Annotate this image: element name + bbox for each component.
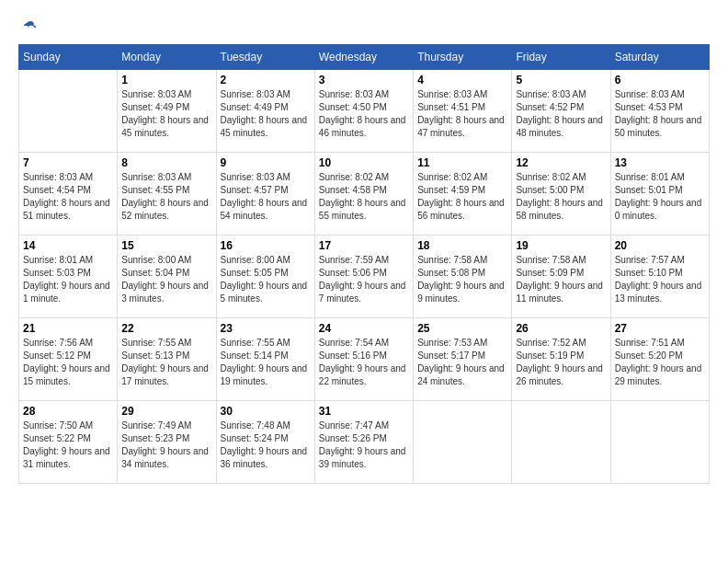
logo-bird-icon [20, 18, 37, 35]
day-info: Sunrise: 7:47 AMSunset: 5:26 PMDaylight:… [319, 419, 409, 471]
calendar-cell: 16Sunrise: 8:00 AMSunset: 5:05 PMDayligh… [216, 236, 314, 318]
day-info: Sunrise: 7:55 AMSunset: 5:13 PMDaylight:… [121, 337, 211, 388]
day-number: 6 [615, 74, 705, 86]
calendar-week-5: 28Sunrise: 7:50 AMSunset: 5:22 PMDayligh… [19, 401, 710, 484]
day-info: Sunrise: 8:03 AMSunset: 4:50 PMDaylight:… [319, 88, 409, 140]
calendar-cell: 10Sunrise: 8:02 AMSunset: 4:58 PMDayligh… [314, 153, 413, 236]
day-info: Sunrise: 7:56 AMSunset: 5:12 PMDaylight:… [23, 337, 113, 388]
calendar-cell: 21Sunrise: 7:56 AMSunset: 5:12 PMDayligh… [19, 318, 118, 401]
day-info: Sunrise: 8:02 AMSunset: 4:59 PMDaylight:… [417, 171, 507, 223]
day-number: 15 [121, 239, 211, 252]
day-info: Sunrise: 7:53 AMSunset: 5:17 PMDaylight:… [417, 337, 507, 388]
calendar-cell: 3Sunrise: 8:03 AMSunset: 4:50 PMDaylight… [314, 70, 413, 153]
calendar-cell: 27Sunrise: 7:51 AMSunset: 5:20 PMDayligh… [610, 318, 709, 401]
day-number: 19 [516, 239, 606, 252]
calendar-body: 1Sunrise: 8:03 AMSunset: 4:49 PMDaylight… [19, 70, 710, 484]
day-info: Sunrise: 7:58 AMSunset: 5:09 PMDaylight:… [516, 254, 606, 305]
calendar-cell: 26Sunrise: 7:52 AMSunset: 5:19 PMDayligh… [512, 318, 610, 401]
day-info: Sunrise: 8:03 AMSunset: 4:49 PMDaylight:… [221, 88, 311, 140]
day-info: Sunrise: 8:03 AMSunset: 4:54 PMDaylight:… [23, 171, 113, 223]
calendar-cell: 24Sunrise: 7:54 AMSunset: 5:16 PMDayligh… [314, 318, 413, 401]
calendar-cell: 13Sunrise: 8:01 AMSunset: 5:01 PMDayligh… [610, 153, 709, 236]
day-number: 23 [221, 322, 311, 335]
calendar-week-3: 14Sunrise: 8:01 AMSunset: 5:03 PMDayligh… [19, 236, 710, 318]
day-info: Sunrise: 7:52 AMSunset: 5:19 PMDaylight:… [516, 337, 606, 388]
day-info: Sunrise: 7:51 AMSunset: 5:20 PMDaylight:… [615, 337, 705, 388]
day-number: 28 [23, 405, 113, 418]
day-number: 30 [221, 405, 311, 418]
day-info: Sunrise: 8:03 AMSunset: 4:53 PMDaylight:… [615, 88, 705, 140]
day-number: 5 [516, 74, 606, 86]
calendar-cell: 15Sunrise: 8:00 AMSunset: 5:04 PMDayligh… [118, 236, 216, 318]
calendar-cell: 9Sunrise: 8:03 AMSunset: 4:57 PMDaylight… [216, 153, 314, 236]
day-info: Sunrise: 8:03 AMSunset: 4:55 PMDaylight:… [121, 171, 211, 223]
calendar-cell: 25Sunrise: 7:53 AMSunset: 5:17 PMDayligh… [414, 318, 512, 401]
calendar-table: SundayMondayTuesdayWednesdayThursdayFrid… [18, 44, 710, 484]
day-number: 17 [319, 239, 409, 252]
logo [18, 18, 37, 35]
calendar-cell: 23Sunrise: 7:55 AMSunset: 5:14 PMDayligh… [216, 318, 314, 401]
day-info: Sunrise: 7:54 AMSunset: 5:16 PMDaylight:… [319, 337, 409, 388]
day-number: 21 [23, 322, 113, 335]
calendar-header-saturday: Saturday [610, 45, 709, 70]
day-info: Sunrise: 8:03 AMSunset: 4:49 PMDaylight:… [121, 88, 211, 140]
day-number: 12 [516, 156, 606, 169]
day-info: Sunrise: 7:57 AMSunset: 5:10 PMDaylight:… [615, 254, 705, 305]
calendar-week-2: 7Sunrise: 8:03 AMSunset: 4:54 PMDaylight… [19, 153, 710, 236]
calendar-cell: 12Sunrise: 8:02 AMSunset: 5:00 PMDayligh… [512, 153, 610, 236]
day-number: 8 [121, 156, 211, 169]
day-info: Sunrise: 8:02 AMSunset: 4:58 PMDaylight:… [319, 171, 409, 223]
calendar-header-thursday: Thursday [414, 45, 512, 70]
day-info: Sunrise: 8:03 AMSunset: 4:52 PMDaylight:… [516, 88, 606, 140]
day-number: 14 [23, 239, 113, 252]
calendar-cell: 8Sunrise: 8:03 AMSunset: 4:55 PMDaylight… [118, 153, 216, 236]
calendar-header-tuesday: Tuesday [216, 45, 314, 70]
calendar-cell: 18Sunrise: 7:58 AMSunset: 5:08 PMDayligh… [414, 236, 512, 318]
calendar-cell: 14Sunrise: 8:01 AMSunset: 5:03 PMDayligh… [19, 236, 118, 318]
calendar-cell: 11Sunrise: 8:02 AMSunset: 4:59 PMDayligh… [414, 153, 512, 236]
day-number: 1 [121, 74, 211, 86]
day-number: 3 [319, 74, 409, 86]
day-number: 18 [417, 239, 507, 252]
day-info: Sunrise: 8:00 AMSunset: 5:05 PMDaylight:… [221, 254, 311, 305]
calendar-header-sunday: Sunday [19, 45, 118, 70]
calendar-cell: 1Sunrise: 8:03 AMSunset: 4:49 PMDaylight… [118, 70, 216, 153]
day-info: Sunrise: 8:01 AMSunset: 5:03 PMDaylight:… [23, 254, 113, 305]
calendar-cell: 19Sunrise: 7:58 AMSunset: 5:09 PMDayligh… [512, 236, 610, 318]
calendar-cell: 17Sunrise: 7:59 AMSunset: 5:06 PMDayligh… [314, 236, 413, 318]
day-info: Sunrise: 8:01 AMSunset: 5:01 PMDaylight:… [615, 171, 705, 223]
day-number: 24 [319, 322, 409, 335]
day-info: Sunrise: 7:50 AMSunset: 5:22 PMDaylight:… [23, 419, 113, 471]
day-number: 20 [615, 239, 705, 252]
day-number: 2 [221, 74, 311, 86]
day-number: 27 [615, 322, 705, 335]
day-number: 7 [23, 156, 113, 169]
day-info: Sunrise: 8:03 AMSunset: 4:57 PMDaylight:… [221, 171, 311, 223]
calendar-cell: 7Sunrise: 8:03 AMSunset: 4:54 PMDaylight… [19, 153, 118, 236]
calendar-header-friday: Friday [512, 45, 610, 70]
calendar-cell: 5Sunrise: 8:03 AMSunset: 4:52 PMDaylight… [512, 70, 610, 153]
page-header [18, 18, 710, 35]
day-number: 9 [221, 156, 311, 169]
day-number: 10 [319, 156, 409, 169]
day-number: 25 [417, 322, 507, 335]
calendar-cell: 20Sunrise: 7:57 AMSunset: 5:10 PMDayligh… [610, 236, 709, 318]
calendar-cell: 4Sunrise: 8:03 AMSunset: 4:51 PMDaylight… [414, 70, 512, 153]
day-info: Sunrise: 8:03 AMSunset: 4:51 PMDaylight:… [417, 88, 507, 140]
calendar-cell: 30Sunrise: 7:48 AMSunset: 5:24 PMDayligh… [216, 401, 314, 484]
calendar-week-1: 1Sunrise: 8:03 AMSunset: 4:49 PMDaylight… [19, 70, 710, 153]
calendar-cell [512, 401, 610, 484]
day-info: Sunrise: 7:48 AMSunset: 5:24 PMDaylight:… [221, 419, 311, 471]
calendar-week-4: 21Sunrise: 7:56 AMSunset: 5:12 PMDayligh… [19, 318, 710, 401]
day-number: 31 [319, 405, 409, 418]
day-number: 4 [417, 74, 507, 86]
calendar-cell [19, 70, 118, 153]
calendar-cell: 2Sunrise: 8:03 AMSunset: 4:49 PMDaylight… [216, 70, 314, 153]
calendar-header-row: SundayMondayTuesdayWednesdayThursdayFrid… [19, 45, 710, 70]
day-info: Sunrise: 7:55 AMSunset: 5:14 PMDaylight:… [221, 337, 311, 388]
day-info: Sunrise: 8:02 AMSunset: 5:00 PMDaylight:… [516, 171, 606, 223]
calendar-cell: 28Sunrise: 7:50 AMSunset: 5:22 PMDayligh… [19, 401, 118, 484]
day-info: Sunrise: 7:58 AMSunset: 5:08 PMDaylight:… [417, 254, 507, 305]
day-number: 16 [221, 239, 311, 252]
day-number: 26 [516, 322, 606, 335]
